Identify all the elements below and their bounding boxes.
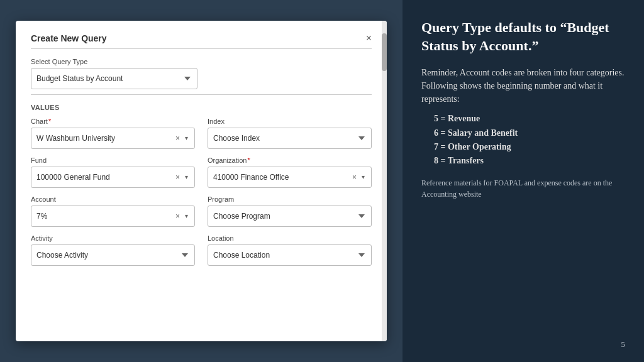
program-select[interactable]: Choose Program: [208, 206, 372, 227]
values-section: Values Chart* W Washburn University × ▾: [31, 104, 372, 266]
index-select[interactable]: Choose Index: [208, 128, 372, 149]
scrollbar-thumb: [382, 33, 387, 71]
organization-value: 410000 Finance Office: [213, 173, 351, 182]
slide-page-number: 5: [421, 339, 625, 349]
program-label: Program: [208, 195, 372, 203]
slide-body: Reminder, Account codes are broken into …: [421, 66, 625, 106]
chart-value: W Washburn University: [36, 134, 174, 143]
fund-field: Fund 100000 General Fund × ▾: [31, 156, 195, 188]
slide-footer: Reference materials for FOAPAL and expen…: [421, 177, 625, 200]
list-item-transfers: 8 = Transfers: [434, 154, 625, 168]
activity-label: Activity: [31, 234, 195, 242]
chart-controls: × ▾: [174, 134, 189, 142]
slide-list: 5 = Revenue 6 = Salary and Benefit 7 = O…: [421, 112, 625, 168]
account-multiselect[interactable]: 7% × ▾: [31, 206, 195, 227]
fund-multiselect[interactable]: 100000 General Fund × ▾: [31, 167, 195, 188]
fund-controls: × ▾: [174, 173, 189, 181]
activity-field: Activity Choose Activity: [31, 234, 195, 266]
org-clear-button[interactable]: ×: [351, 173, 358, 181]
query-type-select[interactable]: Budget Status by Account Budget Status b…: [31, 68, 197, 89]
location-label: Location: [208, 234, 372, 242]
organization-multiselect[interactable]: 410000 Finance Office × ▾: [208, 167, 372, 188]
modal-scrollbar[interactable]: [382, 21, 387, 341]
values-divider: [31, 94, 372, 95]
form-grid: Chart* W Washburn University × ▾ Index C: [31, 118, 372, 266]
program-field: Program Choose Program: [208, 195, 372, 227]
account-field: Account 7% × ▾: [31, 195, 195, 227]
right-panel: Query Type defaults to “Budget Status by…: [402, 0, 644, 362]
account-label: Account: [31, 195, 195, 203]
organization-field: Organization* 410000 Finance Office × ▾: [208, 156, 372, 188]
slide-heading: Query Type defaults to “Budget Status by…: [421, 19, 625, 55]
modal-title: Create New Query: [31, 33, 107, 43]
account-clear-button[interactable]: ×: [174, 212, 181, 220]
modal-divider: [31, 48, 372, 49]
account-value: 7%: [36, 212, 174, 221]
fund-dropdown-button[interactable]: ▾: [184, 174, 189, 180]
account-controls: × ▾: [174, 212, 189, 220]
org-required: *: [247, 156, 250, 164]
list-item-salary: 6 = Salary and Benefit: [434, 126, 625, 140]
location-select[interactable]: Choose Location: [208, 244, 372, 266]
fund-value: 100000 General Fund: [36, 173, 174, 182]
fund-label: Fund: [31, 156, 195, 164]
organization-label: Organization*: [208, 156, 372, 164]
modal-header: Create New Query ×: [31, 33, 372, 43]
org-controls: × ▾: [351, 173, 366, 181]
query-type-field: Select Query Type Budget Status by Accou…: [31, 58, 372, 89]
chart-label: Chart*: [31, 118, 195, 125]
chart-multiselect[interactable]: W Washburn University × ▾: [31, 128, 195, 149]
modal-close-button[interactable]: ×: [366, 33, 372, 43]
index-label: Index: [208, 118, 372, 125]
chart-dropdown-button[interactable]: ▾: [184, 135, 189, 141]
list-item-operating: 7 = Other Operating: [434, 140, 625, 154]
slide-content: Query Type defaults to “Budget Status by…: [421, 19, 625, 339]
index-field: Index Choose Index: [208, 118, 372, 149]
left-panel: Create New Query × Select Query Type Bud…: [0, 0, 402, 362]
location-field: Location Choose Location: [208, 234, 372, 266]
account-dropdown-button[interactable]: ▾: [184, 213, 189, 219]
values-label: Values: [31, 104, 372, 111]
list-item-revenue: 5 = Revenue: [434, 112, 625, 126]
org-dropdown-button[interactable]: ▾: [360, 174, 366, 180]
chart-field: Chart* W Washburn University × ▾: [31, 118, 195, 149]
fund-clear-button[interactable]: ×: [174, 173, 181, 181]
chart-required: *: [48, 118, 51, 125]
activity-select[interactable]: Choose Activity: [31, 244, 195, 266]
query-type-label: Select Query Type: [31, 58, 372, 65]
chart-clear-button[interactable]: ×: [174, 134, 181, 142]
modal-dialog: Create New Query × Select Query Type Bud…: [16, 21, 387, 341]
